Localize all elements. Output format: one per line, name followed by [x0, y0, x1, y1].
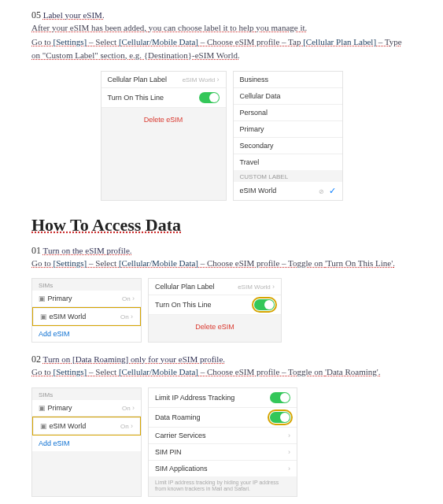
primary-sim-cell[interactable]: ▣ Primary On › — [32, 291, 141, 307]
step-05-line2: Go to [Settings] – Select [Cellular/Mobi… — [31, 35, 412, 50]
toggle-on-icon[interactable] — [199, 92, 220, 103]
delete-esim-cell[interactable]: Delete eSIM — [102, 108, 226, 128]
esim-world-cell[interactable]: ▣ eSIM World On › — [34, 309, 139, 324]
step-02-header: 02 Turn on [Data Roaming] only for your … — [31, 354, 412, 365]
chevron-right-icon: › — [288, 432, 290, 439]
turn-on-line-cell[interactable]: Turn On This Line — [102, 88, 226, 108]
esim-world-highlight: ▣ eSIM World On › — [32, 307, 141, 326]
step-05-header: 05 Label your eSIM. — [31, 9, 412, 21]
chevron-right-icon: › — [272, 283, 275, 291]
mock3-left-panel: SIMs ▣ Primary On › ▣ eSIM World On › Ad… — [31, 387, 142, 497]
chevron-right-icon: › — [288, 465, 290, 472]
step-01: 01 Turn on the eSIM profile. Go to [Sett… — [31, 245, 412, 271]
chevron-right-icon: › — [131, 422, 133, 430]
mock2-right-panel: Cellular Plan Label eSIM World › Turn On… — [148, 278, 282, 343]
custom-label-cell[interactable]: eSIM World ⊘ ✓ — [234, 182, 342, 200]
label-option[interactable]: Secondary — [234, 138, 342, 154]
turn-on-cell-2[interactable]: Turn On This Line — [149, 295, 281, 315]
chevron-right-icon: › — [132, 404, 135, 412]
clear-icon: ⊘ — [319, 188, 324, 195]
label-option[interactable]: Primary — [234, 121, 342, 138]
toggle-on-icon[interactable] — [254, 299, 275, 310]
toggle-on-icon[interactable] — [270, 392, 290, 403]
cpl-value: eSIM World › — [183, 76, 220, 83]
step-05-line1: After your eSIM has been added, you can … — [31, 21, 412, 35]
carrier-services-cell[interactable]: Carrier Services › — [149, 428, 297, 444]
mock3-right-panel: Limit IP Address Tracking Data Roaming C… — [148, 387, 297, 497]
turn-on-label: Turn On This Line — [108, 94, 164, 102]
step-02: 02 Turn on [Data Roaming] only for your … — [31, 354, 412, 380]
ip-tracking-note: Limit IP address tracking by hiding your… — [149, 476, 297, 496]
limit-ip-cell[interactable]: Limit IP Address Tracking — [149, 388, 297, 408]
cellular-plan-label-cell[interactable]: Cellular Plan Label eSIM World › — [102, 72, 226, 88]
label-option[interactable]: Travel — [234, 154, 342, 170]
step-02-num: 02 — [31, 354, 41, 365]
chevron-right-icon: › — [132, 295, 135, 302]
step-05-title: Label your eSIM. — [43, 10, 105, 20]
label-option[interactable]: Cellular Data — [234, 88, 342, 105]
step-05-num: 05 — [31, 9, 41, 20]
toggle-on-icon[interactable] — [270, 412, 290, 423]
add-esim-label: Add eSIM — [39, 330, 70, 338]
sim-apps-cell[interactable]: SIM Applications › — [149, 461, 297, 476]
label-option[interactable]: Business — [234, 72, 342, 88]
step-01-line: Go to [Settings] – Select [Cellular/Mobi… — [31, 257, 412, 271]
primary-sim-cell-2[interactable]: ▣ Primary On › — [32, 400, 141, 417]
mock-3-row: SIMs ▣ Primary On › ▣ eSIM World On › Ad… — [31, 387, 412, 497]
chevron-right-icon: › — [131, 313, 133, 321]
mock-1-row: Cellular Plan Label eSIM World › Turn On… — [31, 71, 412, 201]
delete-esim-cell-2[interactable]: Delete eSIM — [149, 315, 281, 335]
chevron-right-icon: › — [217, 76, 220, 83]
chevron-right-icon: › — [288, 448, 290, 456]
add-esim-cell[interactable]: Add eSIM — [32, 326, 141, 342]
esim-world-cell-2[interactable]: ▣ eSIM World On › — [34, 418, 139, 434]
mock-2-row: SIMs ▣ Primary On › ▣ eSIM World On › Ad… — [31, 278, 412, 343]
edit-check-icons: ⊘ ✓ — [319, 186, 335, 196]
cpl-cell-2[interactable]: Cellular Plan Label eSIM World › — [149, 279, 281, 295]
mock1-right-panel: Business Cellular Data Personal Primary … — [233, 71, 343, 201]
label-option[interactable]: Personal — [234, 105, 342, 121]
step-01-title: Turn on the eSIM profile. — [43, 246, 132, 255]
step-01-header: 01 Turn on the eSIM profile. — [31, 245, 412, 257]
step-05-line3: on "Custom Label" section, e.g. {Destina… — [31, 49, 412, 63]
data-roaming-cell[interactable]: Data Roaming — [149, 408, 297, 428]
sims-header-2: SIMs — [32, 388, 141, 400]
delete-esim-label: Delete eSIM — [144, 116, 183, 124]
esim-world-highlight-2: ▣ eSIM World On › — [32, 417, 141, 435]
check-icon: ✓ — [329, 186, 336, 195]
step-02-line: Go to [Settings] – Select [Cellular/Mobi… — [31, 365, 412, 380]
cpl-label: Cellular Plan Label — [108, 76, 168, 83]
mock1-left-panel: Cellular Plan Label eSIM World › Turn On… — [101, 71, 227, 201]
step-02-title: Turn on [Data Roaming] only for your eSI… — [43, 354, 225, 364]
section-heading: How To Access Data — [31, 215, 412, 235]
custom-label-value: eSIM World — [240, 187, 277, 195]
sims-header: SIMs — [32, 279, 141, 291]
add-esim-cell-2[interactable]: Add eSIM — [32, 435, 141, 451]
step-05: 05 Label your eSIM. After your eSIM has … — [31, 9, 412, 63]
mock2-left-panel: SIMs ▣ Primary On › ▣ eSIM World On › Ad… — [31, 278, 142, 343]
step-01-num: 01 — [31, 245, 41, 256]
custom-label-header: CUSTOM LABEL — [234, 170, 342, 182]
sim-pin-cell[interactable]: SIM PIN › — [149, 444, 297, 461]
